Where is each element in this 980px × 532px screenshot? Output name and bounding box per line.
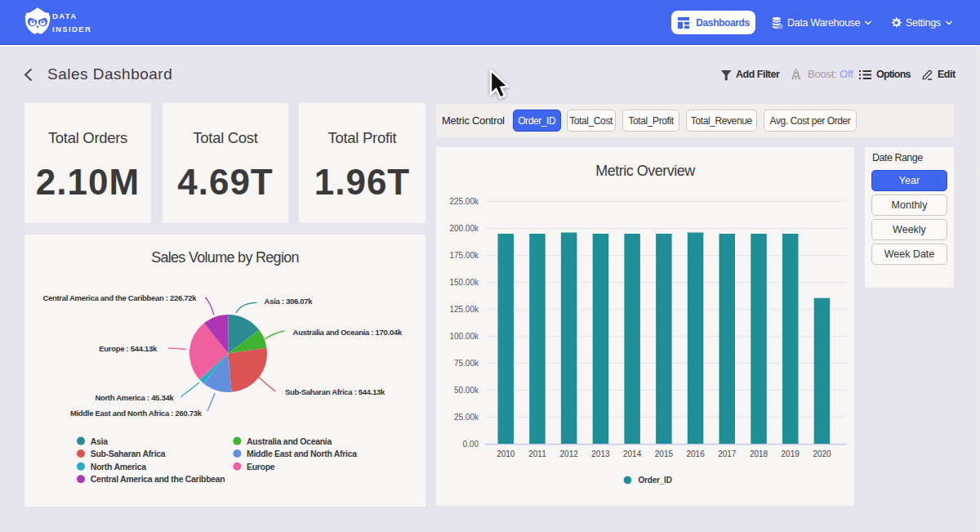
svg-text:Middle East and North Africa :: Middle East and North Africa : 260.73k [70, 409, 203, 418]
svg-text:2020: 2020 [813, 449, 831, 458]
svg-text:Sub-Saharan Africa : 544.13k: Sub-Saharan Africa : 544.13k [285, 387, 385, 396]
svg-text:2014: 2014 [623, 449, 642, 458]
svg-text:Middle East and North Africa: Middle East and North Africa [247, 449, 357, 458]
svg-text:Asia: Asia [91, 436, 108, 446]
svg-text:0.00: 0.00 [463, 440, 479, 449]
svg-text:Order_ID: Order_ID [639, 476, 672, 485]
svg-text:150.00k: 150.00k [449, 278, 479, 287]
svg-text:125.00k: 125.00k [449, 305, 479, 314]
svg-text:Europe : 544.13k: Europe : 544.13k [99, 344, 158, 353]
svg-text:Asia : 306.07k: Asia : 306.07k [265, 297, 314, 306]
svg-text:Sub-Saharan Africa: Sub-Saharan Africa [91, 449, 166, 458]
svg-text:Central America and the Caribb: Central America and the Caribbean [91, 474, 225, 484]
svg-text:2013: 2013 [591, 449, 610, 458]
svg-text:Australia and Oceania: Australia and Oceania [247, 436, 332, 446]
svg-text:25.00k: 25.00k [454, 413, 479, 422]
svg-text:100.00k: 100.00k [449, 332, 479, 341]
svg-text:2010: 2010 [497, 449, 515, 458]
svg-text:Central America and the Caribb: Central America and the Caribbean : 226.… [42, 293, 197, 302]
svg-text:2012: 2012 [560, 449, 579, 458]
svg-text:2015: 2015 [655, 449, 674, 458]
svg-text:Australia and Oceania : 170.04: Australia and Oceania : 170.04k [293, 328, 403, 337]
svg-text:2017: 2017 [718, 449, 737, 458]
svg-text:200.00k: 200.00k [449, 224, 479, 233]
svg-text:Europe: Europe [247, 462, 275, 472]
svg-text:50.00k: 50.00k [454, 386, 479, 395]
svg-text:2018: 2018 [750, 449, 768, 458]
svg-text:2011: 2011 [528, 449, 546, 458]
svg-text:175.00k: 175.00k [449, 251, 479, 260]
svg-text:225.00k: 225.00k [449, 197, 479, 206]
svg-text:North America : 45.34k: North America : 45.34k [95, 393, 174, 402]
svg-text:2019: 2019 [782, 449, 800, 458]
svg-text:North America: North America [91, 462, 147, 472]
svg-text:2016: 2016 [686, 449, 705, 458]
svg-text:75.00k: 75.00k [454, 359, 479, 368]
